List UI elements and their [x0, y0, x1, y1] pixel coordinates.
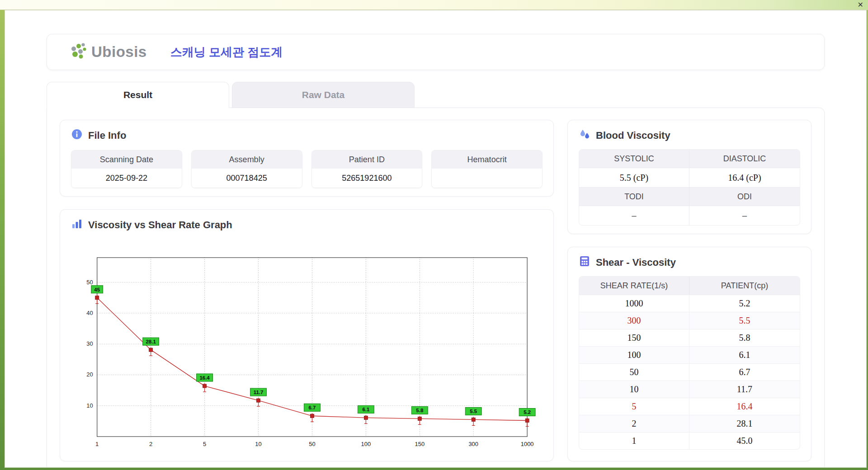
- shear-viscosity-card: Shear - Viscosity SHEAR RATE(1/s) PATIEN…: [567, 247, 811, 461]
- field-label: Scanning Date: [71, 150, 182, 169]
- app-header: Ubiosis 스캐닝 모세관 점도계: [47, 34, 825, 70]
- tab-raw-data[interactable]: Raw Data: [232, 82, 415, 108]
- table-row: 1000 5.2: [579, 295, 800, 312]
- shear-table-header: SHEAR RATE(1/s) PATIENT(cp): [579, 277, 800, 295]
- tab-raw-data-label: Raw Data: [302, 89, 345, 100]
- svg-text:28.1: 28.1: [146, 339, 156, 344]
- left-column: File Info Scanning Date 2025-09-22 Assem…: [60, 120, 554, 461]
- svg-text:30: 30: [86, 340, 93, 347]
- bv-value-odi: –: [689, 206, 800, 225]
- blood-viscosity-title: Blood Viscosity: [596, 130, 670, 141]
- bv-header-row-1: SYSTOLIC DIASTOLIC: [579, 150, 800, 168]
- svg-text:50: 50: [86, 279, 93, 286]
- table-row: 10 11.7: [579, 381, 800, 398]
- cell-value: 6.1: [689, 347, 800, 363]
- field-label: Hematocrit: [432, 150, 542, 169]
- field-value: 2025-09-22: [71, 169, 182, 188]
- table-row: 2 28.1: [579, 415, 800, 432]
- bv-value-todi: –: [579, 206, 689, 225]
- right-column: Blood Viscosity SYSTOLIC DIASTOLIC 5.5 (…: [567, 120, 811, 461]
- cell-rate: 50: [579, 364, 689, 381]
- cell-value: 5.5: [689, 312, 800, 329]
- svg-text:150: 150: [415, 441, 425, 447]
- table-row: 150 5.8: [579, 329, 800, 346]
- svg-text:45: 45: [94, 287, 100, 292]
- svg-text:300: 300: [468, 441, 478, 447]
- svg-text:16.4: 16.4: [199, 375, 210, 381]
- shear-viscosity-table: SHEAR RATE(1/s) PATIENT(cp) 1000 5.2 300…: [579, 276, 800, 450]
- field-value: [432, 169, 542, 188]
- brand: Ubiosis: [68, 41, 147, 63]
- bv-header-diastolic: DIASTOLIC: [689, 150, 800, 168]
- file-info-title-row: File Info: [71, 128, 542, 143]
- brand-name: Ubiosis: [91, 43, 147, 61]
- bv-header-systolic: SYSTOLIC: [579, 150, 689, 168]
- bv-value-diastolic: 16.4 (cP): [689, 168, 800, 187]
- bar-chart-icon: [71, 218, 83, 232]
- field-label: Assembly: [192, 150, 302, 169]
- window-titlebar: ✕: [0, 0, 868, 10]
- field-hematocrit: Hematocrit: [431, 150, 542, 188]
- cell-value: 45.0: [689, 432, 800, 449]
- field-value: 000718425: [192, 169, 302, 188]
- svg-text:6.7: 6.7: [308, 405, 316, 410]
- shear-viscosity-title: Shear - Viscosity: [596, 257, 676, 268]
- field-patient-id: Patient ID 52651921600: [311, 150, 423, 188]
- cell-value: 6.7: [689, 364, 800, 381]
- cell-rate: 1000: [579, 295, 689, 312]
- table-row: 100 6.1: [579, 346, 800, 363]
- svg-text:5: 5: [203, 441, 206, 447]
- graph-title: Viscosity vs Shear Rate Graph: [88, 219, 232, 231]
- cell-rate: 10: [579, 381, 689, 398]
- tab-result[interactable]: Result: [47, 82, 229, 108]
- bv-header-odi: ODI: [689, 188, 800, 206]
- cell-rate: 1: [579, 432, 689, 449]
- bv-header-row-2: TODI ODI: [579, 187, 800, 206]
- table-row: 50 6.7: [579, 363, 800, 381]
- tab-result-label: Result: [123, 89, 152, 100]
- app-title: 스캐닝 모세관 점도계: [170, 44, 283, 60]
- svg-text:40: 40: [86, 310, 93, 316]
- bv-header-todi: TODI: [579, 188, 689, 206]
- cell-rate: 300: [579, 312, 689, 329]
- tab-bar: Result Raw Data: [47, 82, 825, 108]
- cell-rate: 2: [579, 415, 689, 432]
- file-info-fields: Scanning Date 2025-09-22 Assembly 000718…: [71, 150, 542, 188]
- blood-viscosity-table: SYSTOLIC DIASTOLIC 5.5 (cP) 16.4 (cP) TO…: [579, 149, 800, 226]
- field-scanning-date: Scanning Date 2025-09-22: [71, 150, 182, 188]
- table-row: 1 45.0: [579, 432, 800, 449]
- droplet-icon: [579, 128, 590, 143]
- bv-value-systolic: 5.5 (cP): [579, 168, 689, 187]
- result-panel: File Info Scanning Date 2025-09-22 Assem…: [47, 108, 825, 468]
- svg-text:2: 2: [149, 441, 152, 447]
- bv-value-row-2: – –: [579, 206, 800, 225]
- desktop-background: { "window": { "close_label": "✕" }, "hea…: [0, 0, 868, 470]
- svg-text:1000: 1000: [521, 441, 534, 447]
- file-info-card: File Info Scanning Date 2025-09-22 Assem…: [60, 120, 554, 197]
- cell-rate: 100: [579, 347, 689, 363]
- graph-card: Viscosity vs Shear Rate Graph 1020304050…: [60, 209, 554, 461]
- col-shear-rate: SHEAR RATE(1/s): [579, 277, 689, 295]
- field-assembly: Assembly 000718425: [191, 150, 302, 188]
- viscosity-chart: 10203040504528.116.411.76.76.15.85.55.21…: [71, 237, 542, 453]
- file-info-title: File Info: [88, 130, 126, 141]
- cell-value: 5.8: [689, 329, 800, 346]
- cell-value: 5.2: [689, 295, 800, 312]
- field-value: 52651921600: [312, 169, 422, 188]
- svg-text:100: 100: [361, 441, 371, 447]
- svg-text:1: 1: [95, 441, 99, 447]
- page-container: Ubiosis 스캐닝 모세관 점도계 Result Raw Data: [5, 10, 866, 468]
- cell-value: 28.1: [689, 415, 800, 432]
- svg-text:20: 20: [86, 371, 93, 378]
- graph-title-row: Viscosity vs Shear Rate Graph: [71, 218, 542, 232]
- info-icon: [71, 128, 83, 143]
- blood-viscosity-title-row: Blood Viscosity: [579, 128, 800, 143]
- cell-rate: 150: [579, 329, 689, 346]
- svg-text:10: 10: [86, 402, 93, 409]
- calculator-icon: [579, 255, 590, 270]
- close-icon[interactable]: ✕: [858, 0, 863, 9]
- table-row: 300 5.5: [579, 312, 800, 329]
- cell-rate: 5: [579, 398, 689, 415]
- table-row: 5 16.4: [579, 398, 800, 415]
- col-patient: PATIENT(cp): [689, 277, 800, 295]
